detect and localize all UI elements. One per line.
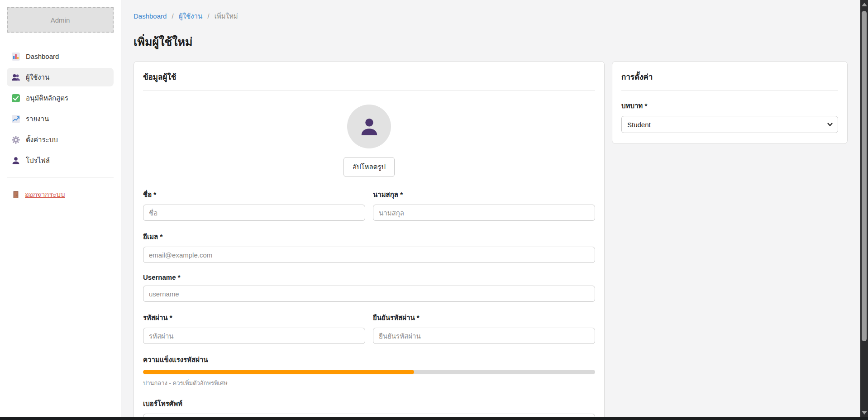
password-strength-label: ความแข็งแรงรหัสผ่าน xyxy=(143,354,595,365)
confirm-password-label: ยืนยันรหัสผ่าน * xyxy=(373,312,595,323)
password-label: รหัสผ่าน * xyxy=(143,312,365,323)
password-field[interactable] xyxy=(143,328,365,344)
breadcrumb-dashboard-link[interactable]: Dashboard xyxy=(134,12,167,20)
breadcrumb-separator: / xyxy=(207,12,209,20)
email-field[interactable] xyxy=(143,247,595,263)
password-strength-fill xyxy=(143,370,414,374)
role-select[interactable]: Student xyxy=(621,116,838,133)
scrollbar-thumb[interactable] xyxy=(862,11,867,341)
password-strength-section: ความแข็งแรงรหัสผ่าน ปานกลาง - ควรเพิ่มตั… xyxy=(143,354,595,388)
sidebar-item-label: รายงาน xyxy=(26,114,49,124)
person-icon xyxy=(11,156,20,165)
door-logout-icon xyxy=(11,190,20,199)
first-name-label: ชื่อ * xyxy=(143,189,365,200)
sidebar-item-dashboard[interactable]: Dashboard xyxy=(7,47,114,66)
logout-label: ออกจากระบบ xyxy=(25,189,65,200)
sidebar-item-label: อนุมัติหลักสูตร xyxy=(26,93,68,104)
admin-logo-text: Admin xyxy=(51,16,70,24)
admin-logo-placeholder: Admin xyxy=(7,7,114,33)
sidebar-item-label: Dashboard xyxy=(26,52,59,60)
last-name-label: นามสกุล * xyxy=(373,189,595,200)
email-label: อีเมล * xyxy=(143,231,595,242)
sidebar-divider xyxy=(7,177,114,177)
main-content: Dashboard / ผู้ใช้งาน / เพิ่มใหม่ เพิ่มผ… xyxy=(121,0,868,417)
sidebar-menu: Dashboard ผู้ใช้งาน อนุมัติหลักสูตร รายง… xyxy=(7,47,114,170)
avatar xyxy=(347,105,391,148)
upload-photo-button[interactable]: อัปโหลดรูป xyxy=(343,157,395,177)
card-divider xyxy=(621,91,838,91)
breadcrumb: Dashboard / ผู้ใช้งาน / เพิ่มใหม่ xyxy=(134,11,856,22)
breadcrumb-users-link[interactable]: ผู้ใช้งาน xyxy=(179,12,202,20)
username-field[interactable] xyxy=(143,286,595,302)
avatar-section: อัปโหลดรูป xyxy=(143,105,595,177)
password-strength-bar xyxy=(143,370,595,374)
page-title: เพิ่มผู้ใช้ใหม่ xyxy=(134,33,856,51)
phone-label: เบอร์โทรศัพท์ xyxy=(143,398,595,409)
settings-card: การตั้งค่า บทบาท * Student xyxy=(612,61,848,144)
card-divider xyxy=(143,91,595,91)
sidebar-item-label: ตั้งค่าระบบ xyxy=(26,134,58,145)
scrollbar[interactable] xyxy=(860,0,868,417)
app-window: Admin Dashboard ผู้ใช้งาน อนุมัติหลักสูต… xyxy=(0,0,868,417)
gear-icon xyxy=(11,135,20,144)
last-name-field[interactable] xyxy=(373,205,595,221)
password-strength-hint: ปานกลาง - ควรเพิ่มตัวอักษรพิเศษ xyxy=(143,378,595,388)
settings-card-title: การตั้งค่า xyxy=(621,71,838,83)
user-info-card: ข้อมูลผู้ใช้ อัปโหลดรูป ชื่อ * xyxy=(134,61,605,420)
check-approve-icon xyxy=(11,94,20,103)
first-name-field[interactable] xyxy=(143,205,365,221)
sidebar: Admin Dashboard ผู้ใช้งาน อนุมัติหลักสูต… xyxy=(0,0,121,417)
logout-link[interactable]: ออกจากระบบ xyxy=(7,189,114,200)
role-label: บทบาท * xyxy=(621,100,838,111)
role-select-wrap: Student xyxy=(621,116,838,133)
scroll-down-arrow-icon[interactable] xyxy=(860,409,868,416)
chart-reports-icon xyxy=(11,115,20,124)
username-label: Username * xyxy=(143,273,595,281)
dashboard-icon xyxy=(11,52,20,61)
scroll-up-arrow-icon[interactable] xyxy=(860,0,868,8)
sidebar-item-course-approval[interactable]: อนุมัติหลักสูตร xyxy=(7,89,114,107)
sidebar-item-profile[interactable]: โปรไฟล์ xyxy=(7,151,114,170)
sidebar-item-reports[interactable]: รายงาน xyxy=(7,110,114,128)
confirm-password-field[interactable] xyxy=(373,328,595,344)
breadcrumb-separator: / xyxy=(172,12,174,20)
sidebar-item-system-settings[interactable]: ตั้งค่าระบบ xyxy=(7,130,114,149)
sidebar-item-label: โปรไฟล์ xyxy=(26,155,50,166)
sidebar-item-users[interactable]: ผู้ใช้งาน xyxy=(7,68,114,86)
sidebar-item-label: ผู้ใช้งาน xyxy=(26,72,49,83)
user-info-card-title: ข้อมูลผู้ใช้ xyxy=(143,71,595,83)
cards-row: ข้อมูลผู้ใช้ อัปโหลดรูป ชื่อ * xyxy=(134,61,856,420)
person-silhouette-icon xyxy=(359,116,380,137)
user-form: ชื่อ * นามสกุล * อีเมล * Username xyxy=(143,189,595,420)
window-bottom-edge xyxy=(0,417,868,420)
users-icon xyxy=(11,73,20,82)
breadcrumb-current: เพิ่มใหม่ xyxy=(215,12,238,20)
